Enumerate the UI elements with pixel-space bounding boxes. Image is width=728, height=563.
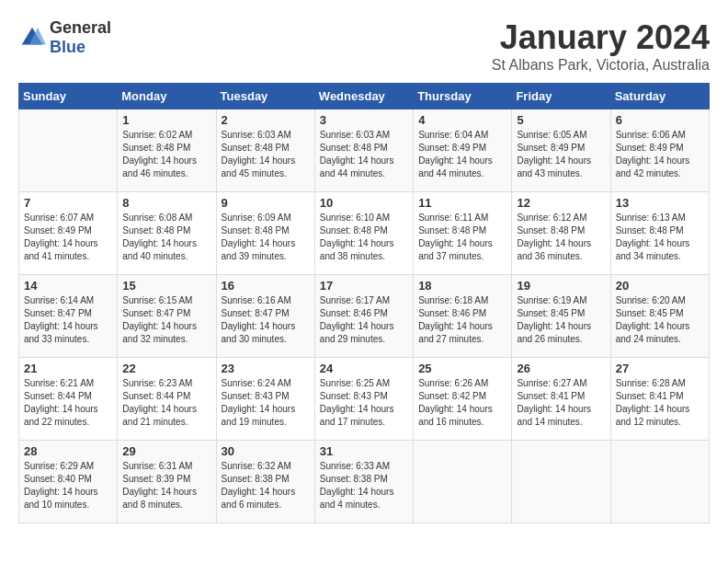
day-info: Sunrise: 6:24 AM Sunset: 8:43 PM Dayligh… (222, 377, 310, 429)
day-info: Sunrise: 6:25 AM Sunset: 8:43 PM Dayligh… (320, 377, 408, 429)
calendar-cell (414, 441, 512, 523)
day-number: 24 (320, 362, 408, 375)
day-number: 20 (616, 279, 704, 293)
calendar-cell: 9Sunrise: 6:09 AM Sunset: 8:48 PM Daylig… (216, 192, 314, 275)
day-info: Sunrise: 6:31 AM Sunset: 8:39 PM Dayligh… (122, 460, 210, 511)
day-number: 31 (320, 444, 408, 458)
day-number: 5 (517, 113, 605, 127)
calendar-cell: 5Sunrise: 6:05 AM Sunset: 8:49 PM Daylig… (512, 109, 610, 192)
header-day-tuesday: Tuesday (216, 84, 314, 109)
day-number: 9 (222, 196, 310, 210)
day-info: Sunrise: 6:32 AM Sunset: 8:38 PM Dayligh… (222, 460, 310, 511)
calendar-cell: 11Sunrise: 6:11 AM Sunset: 8:48 PM Dayli… (414, 192, 512, 275)
week-row-3: 14Sunrise: 6:14 AM Sunset: 8:47 PM Dayli… (19, 275, 710, 358)
day-info: Sunrise: 6:09 AM Sunset: 8:48 PM Dayligh… (222, 212, 310, 263)
day-info: Sunrise: 6:12 AM Sunset: 8:48 PM Dayligh… (517, 212, 605, 263)
calendar-cell: 23Sunrise: 6:24 AM Sunset: 8:43 PM Dayli… (216, 358, 314, 441)
day-number: 14 (24, 279, 112, 293)
day-number: 7 (24, 196, 112, 210)
day-info: Sunrise: 6:27 AM Sunset: 8:41 PM Dayligh… (517, 377, 605, 429)
day-number: 1 (122, 113, 210, 127)
day-info: Sunrise: 6:19 AM Sunset: 8:45 PM Dayligh… (517, 294, 605, 346)
day-info: Sunrise: 6:18 AM Sunset: 8:46 PM Dayligh… (418, 294, 506, 346)
day-number: 23 (222, 362, 310, 375)
week-row-2: 7Sunrise: 6:07 AM Sunset: 8:49 PM Daylig… (19, 192, 710, 275)
day-info: Sunrise: 6:11 AM Sunset: 8:48 PM Dayligh… (418, 212, 506, 263)
calendar-header: SundayMondayTuesdayWednesdayThursdayFrid… (19, 84, 710, 109)
day-number: 12 (517, 196, 605, 210)
logo-icon (18, 24, 46, 52)
logo-blue: Blue (50, 38, 85, 56)
day-number: 13 (616, 196, 704, 210)
calendar-cell: 7Sunrise: 6:07 AM Sunset: 8:49 PM Daylig… (19, 192, 118, 275)
calendar-title: January 2024 (492, 18, 710, 57)
calendar-cell: 31Sunrise: 6:33 AM Sunset: 8:38 PM Dayli… (314, 441, 413, 523)
day-number: 25 (418, 362, 506, 375)
day-info: Sunrise: 6:14 AM Sunset: 8:47 PM Dayligh… (24, 294, 112, 346)
day-number: 30 (222, 444, 310, 458)
day-info: Sunrise: 6:03 AM Sunset: 8:48 PM Dayligh… (222, 129, 310, 180)
header-day-monday: Monday (118, 84, 216, 109)
day-number: 22 (122, 362, 210, 375)
calendar-cell: 22Sunrise: 6:23 AM Sunset: 8:44 PM Dayli… (118, 358, 216, 441)
day-info: Sunrise: 6:10 AM Sunset: 8:48 PM Dayligh… (320, 212, 408, 263)
calendar-cell: 17Sunrise: 6:17 AM Sunset: 8:46 PM Dayli… (314, 275, 413, 358)
day-number: 4 (418, 113, 506, 127)
calendar-cell: 16Sunrise: 6:16 AM Sunset: 8:47 PM Dayli… (216, 275, 314, 358)
logo-text: General Blue (50, 18, 111, 57)
day-info: Sunrise: 6:06 AM Sunset: 8:49 PM Dayligh… (616, 129, 704, 180)
day-info: Sunrise: 6:33 AM Sunset: 8:38 PM Dayligh… (320, 460, 408, 511)
day-number: 8 (122, 196, 210, 210)
day-number: 16 (222, 279, 310, 293)
day-info: Sunrise: 6:15 AM Sunset: 8:47 PM Dayligh… (122, 294, 210, 346)
day-number: 19 (517, 279, 605, 293)
day-info: Sunrise: 6:13 AM Sunset: 8:48 PM Dayligh… (616, 212, 704, 263)
calendar-cell: 29Sunrise: 6:31 AM Sunset: 8:39 PM Dayli… (118, 441, 216, 523)
day-info: Sunrise: 6:23 AM Sunset: 8:44 PM Dayligh… (122, 377, 210, 429)
day-number: 3 (320, 113, 408, 127)
day-number: 2 (222, 113, 310, 127)
calendar-cell: 27Sunrise: 6:28 AM Sunset: 8:41 PM Dayli… (610, 358, 709, 441)
calendar-table: SundayMondayTuesdayWednesdayThursdayFrid… (18, 83, 710, 523)
day-info: Sunrise: 6:28 AM Sunset: 8:41 PM Dayligh… (616, 377, 704, 429)
day-info: Sunrise: 6:07 AM Sunset: 8:49 PM Dayligh… (24, 212, 112, 263)
day-info: Sunrise: 6:16 AM Sunset: 8:47 PM Dayligh… (222, 294, 310, 346)
calendar-cell: 14Sunrise: 6:14 AM Sunset: 8:47 PM Dayli… (19, 275, 118, 358)
calendar-cell: 2Sunrise: 6:03 AM Sunset: 8:48 PM Daylig… (216, 109, 314, 192)
day-number: 21 (24, 362, 112, 375)
day-number: 10 (320, 196, 408, 210)
day-info: Sunrise: 6:03 AM Sunset: 8:48 PM Dayligh… (320, 129, 408, 180)
calendar-cell: 28Sunrise: 6:29 AM Sunset: 8:40 PM Dayli… (19, 441, 118, 523)
day-number: 29 (122, 444, 210, 458)
logo-general: General (50, 18, 111, 37)
day-info: Sunrise: 6:04 AM Sunset: 8:49 PM Dayligh… (418, 129, 506, 180)
calendar-cell (610, 441, 709, 523)
header-day-saturday: Saturday (610, 84, 709, 109)
day-number: 18 (418, 279, 506, 293)
calendar-cell: 26Sunrise: 6:27 AM Sunset: 8:41 PM Dayli… (512, 358, 610, 441)
calendar-cell (512, 441, 610, 523)
calendar-cell: 10Sunrise: 6:10 AM Sunset: 8:48 PM Dayli… (314, 192, 413, 275)
week-row-1: 1Sunrise: 6:02 AM Sunset: 8:48 PM Daylig… (19, 109, 710, 192)
header-row: SundayMondayTuesdayWednesdayThursdayFrid… (19, 84, 710, 109)
calendar-cell: 19Sunrise: 6:19 AM Sunset: 8:45 PM Dayli… (512, 275, 610, 358)
calendar-cell: 13Sunrise: 6:13 AM Sunset: 8:48 PM Dayli… (610, 192, 709, 275)
calendar-cell: 15Sunrise: 6:15 AM Sunset: 8:47 PM Dayli… (118, 275, 216, 358)
header-day-wednesday: Wednesday (314, 84, 413, 109)
day-info: Sunrise: 6:17 AM Sunset: 8:46 PM Dayligh… (320, 294, 408, 346)
day-number: 11 (418, 196, 506, 210)
calendar-cell: 21Sunrise: 6:21 AM Sunset: 8:44 PM Dayli… (19, 358, 118, 441)
header-day-thursday: Thursday (414, 84, 512, 109)
day-number: 28 (24, 444, 112, 458)
calendar-cell: 1Sunrise: 6:02 AM Sunset: 8:48 PM Daylig… (118, 109, 216, 192)
day-info: Sunrise: 6:21 AM Sunset: 8:44 PM Dayligh… (24, 377, 112, 429)
day-info: Sunrise: 6:02 AM Sunset: 8:48 PM Dayligh… (122, 129, 210, 180)
week-row-4: 21Sunrise: 6:21 AM Sunset: 8:44 PM Dayli… (19, 358, 710, 441)
calendar-cell: 4Sunrise: 6:04 AM Sunset: 8:49 PM Daylig… (414, 109, 512, 192)
week-row-5: 28Sunrise: 6:29 AM Sunset: 8:40 PM Dayli… (19, 441, 710, 523)
calendar-cell: 6Sunrise: 6:06 AM Sunset: 8:49 PM Daylig… (610, 109, 709, 192)
calendar-cell: 18Sunrise: 6:18 AM Sunset: 8:46 PM Dayli… (414, 275, 512, 358)
calendar-body: 1Sunrise: 6:02 AM Sunset: 8:48 PM Daylig… (19, 109, 710, 523)
day-number: 17 (320, 279, 408, 293)
day-number: 26 (517, 362, 605, 375)
